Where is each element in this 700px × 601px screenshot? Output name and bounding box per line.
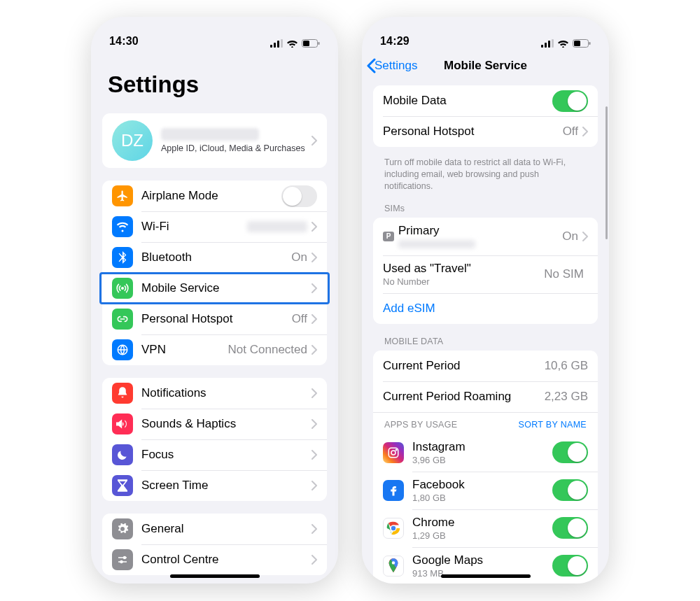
notifications-row[interactable]: Notifications	[102, 378, 327, 409]
svg-rect-1	[274, 43, 276, 48]
googlemaps-icon	[383, 556, 404, 577]
screentime-row[interactable]: Screen Time	[102, 470, 327, 501]
chevron-icon	[312, 524, 317, 534]
sort-by-name-button[interactable]: SORT BY NAME	[519, 420, 587, 430]
app-usage: 3,96 GB	[412, 455, 552, 465]
control-centre-row[interactable]: Control Centre	[102, 544, 327, 575]
wifi-icon	[286, 39, 298, 48]
apple-id-subtitle: Apple ID, iCloud, Media & Purchases	[161, 143, 312, 153]
row-label: Current Period	[383, 359, 545, 373]
svg-point-20	[396, 449, 397, 451]
bell-icon	[112, 383, 133, 404]
hourglass-icon	[112, 475, 133, 496]
mobile-service-scroll[interactable]: Mobile Data Personal Hotspot Off Turn of…	[362, 81, 609, 584]
speaker-icon	[112, 413, 133, 434]
chevron-icon	[582, 232, 588, 241]
airplane-mode-row[interactable]: Airplane Mode	[102, 181, 327, 211]
chevron-icon	[312, 555, 317, 565]
general-group: General Control Centre	[102, 514, 327, 575]
bluetooth-icon	[112, 247, 133, 268]
p-badge: P	[383, 232, 394, 241]
row-label: Mobile Data	[383, 94, 552, 108]
battery-icon	[302, 39, 320, 48]
notifications-group: Notifications Sounds & Haptics Focus	[102, 378, 327, 501]
app-chrome-row[interactable]: Chrome 1,29 GB	[373, 509, 598, 547]
svg-point-19	[391, 451, 396, 455]
hotspot-icon	[112, 309, 133, 330]
apple-id-row[interactable]: DZ Apple ID, iCloud, Media & Purchases	[102, 113, 327, 168]
mobile-data-toggle[interactable]	[552, 90, 588, 112]
chevron-icon	[312, 253, 317, 262]
row-label: Focus	[141, 448, 312, 462]
mobile-data-group: Mobile Data Personal Hotspot Off	[373, 85, 598, 147]
sims-group: P Primary On Used as "Travel" No Number …	[373, 218, 598, 324]
chrome-icon	[383, 518, 404, 539]
row-label: Notifications	[141, 386, 312, 400]
gear-icon	[112, 518, 133, 539]
sounds-row[interactable]: Sounds & Haptics	[102, 409, 327, 439]
status-bar: 14:30	[91, 17, 338, 50]
wifi-row[interactable]: Wi-Fi	[102, 211, 327, 242]
app-toggle[interactable]	[552, 555, 588, 577]
row-label: Airplane Mode	[141, 189, 281, 203]
add-esim-row[interactable]: Add eSIM	[373, 293, 598, 324]
svg-rect-16	[574, 41, 580, 46]
general-row[interactable]: General	[102, 514, 327, 544]
mobile-data-row[interactable]: Mobile Data	[373, 85, 598, 116]
airplane-toggle[interactable]	[281, 185, 317, 207]
chevron-icon	[312, 283, 317, 293]
bluetooth-row[interactable]: Bluetooth On	[102, 242, 327, 273]
status-time: 14:29	[380, 35, 410, 48]
settings-scroll[interactable]: Settings DZ Apple ID, iCloud, Media & Pu…	[91, 50, 338, 584]
app-name: Instagram	[412, 440, 552, 454]
page-title: Mobile Service	[444, 59, 527, 73]
app-facebook-row[interactable]: Facebook 1,80 GB	[373, 472, 598, 509]
home-indicator[interactable]	[170, 574, 260, 578]
app-toggle[interactable]	[552, 479, 588, 501]
sim-label: Used as "Travel"	[383, 262, 544, 276]
svg-rect-3	[281, 39, 283, 48]
airplane-icon	[112, 185, 133, 206]
app-toggle[interactable]	[552, 517, 588, 539]
svg-point-10	[120, 561, 122, 563]
personal-hotspot-row[interactable]: Personal Hotspot Off	[373, 116, 598, 147]
personal-hotspot-row[interactable]: Personal Hotspot Off	[102, 304, 327, 334]
svg-rect-17	[589, 42, 591, 45]
app-usage: 1,29 GB	[412, 530, 552, 541]
chevron-icon	[312, 222, 317, 232]
row-label: Control Centre	[141, 553, 312, 567]
row-label: Personal Hotspot	[383, 125, 563, 139]
cellular-icon	[541, 39, 554, 48]
app-name: Chrome	[412, 516, 552, 530]
usage-group: Current Period 10,6 GB Current Period Ro…	[373, 351, 598, 412]
mobile-service-row[interactable]: Mobile Service	[102, 273, 327, 304]
sim-travel-row[interactable]: Used as "Travel" No Number No SIM	[373, 255, 598, 293]
focus-row[interactable]: Focus	[102, 439, 327, 470]
row-label: Mobile Service	[141, 281, 312, 295]
svg-rect-0	[270, 45, 272, 48]
vpn-row[interactable]: VPN Not Connected	[102, 334, 327, 365]
row-label: Wi-Fi	[141, 220, 247, 234]
svg-point-7	[122, 288, 123, 289]
row-label: VPN	[141, 343, 228, 357]
app-toggle[interactable]	[552, 441, 588, 463]
status-icons	[270, 39, 320, 48]
svg-rect-5	[303, 41, 309, 46]
row-label: Screen Time	[141, 479, 312, 493]
row-detail: 10,6 GB	[545, 359, 588, 373]
svg-rect-11	[541, 45, 543, 48]
wifi-network-blurred	[247, 221, 307, 232]
scroll-indicator[interactable]	[606, 106, 608, 239]
chevron-icon	[582, 127, 588, 136]
sim-sub: No Number	[383, 276, 544, 287]
sim-primary-row[interactable]: P Primary On	[373, 218, 598, 255]
back-button[interactable]: Settings	[366, 58, 417, 73]
app-googlemaps-row[interactable]: Google Maps 913 MB	[373, 547, 598, 584]
svg-rect-14	[552, 39, 554, 48]
app-instagram-row[interactable]: Instagram 3,96 GB	[373, 434, 598, 472]
status-bar: 14:29	[362, 17, 609, 50]
moon-icon	[112, 444, 133, 465]
home-indicator[interactable]	[441, 574, 531, 578]
row-detail: Off	[292, 312, 307, 326]
wifi-icon	[112, 216, 133, 237]
